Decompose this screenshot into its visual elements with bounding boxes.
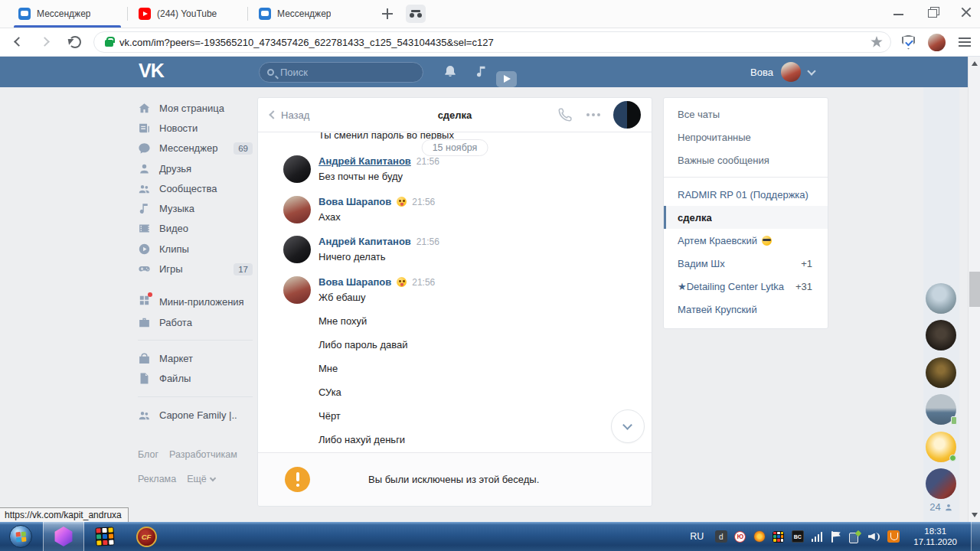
sidebar-item-market[interactable]: Маркет	[138, 348, 253, 368]
shield-extension-icon[interactable]	[902, 35, 915, 50]
scrollbar-down-arrow-icon[interactable]	[972, 513, 978, 517]
taskbar-app-rubik[interactable]	[84, 522, 126, 551]
address-bar[interactable]: vk.com/im?peers=-193565210_473457426_622…	[93, 31, 891, 53]
chat-list-item[interactable]: Матвей Крупский	[664, 298, 828, 321]
close-button[interactable]	[959, 5, 974, 20]
browser-menu-icon[interactable]	[959, 37, 971, 47]
vk-logo[interactable]: VK	[139, 60, 164, 82]
rubik-tray-icon[interactable]	[773, 531, 784, 543]
url-text[interactable]: vk.com/im?peers=-193565210_473457426_622…	[119, 37, 494, 48]
friend-avatar[interactable]	[926, 357, 956, 388]
avatar[interactable]	[283, 276, 311, 304]
online-mobile-indicator	[951, 416, 957, 425]
page-scrollbar[interactable]	[968, 57, 980, 522]
back-button[interactable]	[11, 34, 26, 50]
java-update-icon[interactable]	[887, 530, 900, 543]
search-box[interactable]	[259, 62, 423, 83]
new-tab-button[interactable]	[378, 5, 397, 23]
music-note-icon[interactable]	[475, 64, 488, 82]
ssl-lock-icon[interactable]	[105, 40, 113, 47]
scroll-to-bottom-button[interactable]	[611, 409, 645, 443]
flower-app-icon[interactable]	[754, 531, 765, 542]
sidebar-item-friends[interactable]: Друзья	[138, 158, 253, 178]
friend-avatar[interactable]	[926, 394, 956, 425]
tab-messenger-1[interactable]: Мессенджер	[8, 0, 127, 28]
browser-profile-button[interactable]	[406, 5, 426, 23]
footer-link-blog[interactable]: Блог	[138, 448, 158, 461]
friend-avatar[interactable]	[926, 468, 956, 499]
forward-button[interactable]	[37, 34, 52, 50]
chat-avatar[interactable]	[613, 101, 641, 129]
chat-list-item-selected[interactable]: сделка	[664, 206, 828, 229]
sidebar-item-files[interactable]: Файлы	[138, 369, 253, 389]
chevron-down-icon	[622, 420, 632, 430]
tab-youtube[interactable]: (244) YouTube	[128, 0, 247, 28]
taskbar-clock[interactable]: 18:31 17.11.2020	[913, 526, 957, 547]
sidebar-item-news[interactable]: Новости	[138, 118, 253, 138]
sidebar-item-miniapps[interactable]: Мини-приложения	[138, 292, 253, 312]
sidebar-item-messenger[interactable]: Мессенджер 69	[138, 139, 253, 158]
message-author-link[interactable]: Вова Шарапов	[318, 196, 391, 207]
taskbar-app-crossfire[interactable]: CF	[126, 522, 167, 551]
show-desktop-button[interactable]	[971, 522, 980, 551]
sidebar-item-work[interactable]: Работа	[138, 312, 253, 332]
sidebar-item-my-page[interactable]: Моя страница	[138, 98, 253, 118]
filter-important[interactable]: Важные сообщения	[664, 148, 828, 171]
videos-play-icon[interactable]	[496, 71, 517, 87]
network-signal-icon[interactable]	[812, 532, 823, 542]
date-divider[interactable]: 15 ноября	[422, 139, 488, 156]
bandicam-icon[interactable]: BC	[792, 530, 804, 543]
minimize-button[interactable]	[891, 5, 906, 20]
footer-link-more[interactable]: Ещё	[187, 472, 215, 486]
notifications-bell-icon[interactable]	[443, 64, 458, 83]
avatar[interactable]	[283, 236, 311, 263]
friend-avatar[interactable]	[926, 432, 956, 462]
scrollbar-up-arrow-icon[interactable]	[972, 61, 978, 66]
filter-all-chats[interactable]: Все чаты	[664, 103, 828, 126]
clips-icon	[138, 243, 151, 256]
filter-unread[interactable]: Непрочитанные	[664, 126, 828, 148]
language-indicator[interactable]: RU	[690, 531, 704, 542]
call-phone-icon[interactable]	[557, 106, 573, 123]
avatar[interactable]	[283, 196, 311, 223]
message-group: Андрей Капитанов 21:56 Ничего делать	[283, 236, 641, 262]
avatar[interactable]	[283, 155, 311, 183]
more-options-icon[interactable]	[592, 113, 595, 116]
reload-button[interactable]	[69, 36, 81, 48]
start-button[interactable]	[9, 525, 32, 548]
sidebar-item-clips[interactable]: Клипы	[138, 239, 253, 259]
message-text: Чёрт	[318, 410, 641, 422]
message-text: Ничего делать	[318, 251, 641, 262]
friend-avatar[interactable]	[926, 283, 956, 314]
header-user-menu[interactable]: Вова	[750, 57, 815, 87]
message-author-link[interactable]: Вова Шарапов	[318, 276, 391, 288]
search-input[interactable]	[280, 67, 403, 78]
sidebar-item-music[interactable]: Музыка	[138, 198, 253, 218]
yandex-tray-icon[interactable]: Ю	[734, 531, 746, 543]
action-center-flag-icon[interactable]	[831, 531, 841, 543]
chat-list-item[interactable]: Вадим Шх +1	[664, 252, 828, 275]
chat-list-item[interactable]: RADMIR RP 01 (Поддержка)	[664, 183, 828, 206]
message-author-link[interactable]: Андрей Капитанов	[318, 155, 411, 167]
maximize-button[interactable]	[925, 5, 940, 20]
safely-remove-hardware-icon[interactable]	[849, 531, 861, 543]
footer-link-developers[interactable]: Разработчикам	[169, 448, 237, 461]
footer-link-ads[interactable]: Реклама	[138, 472, 176, 486]
sidebar-item-communities[interactable]: Сообщества	[138, 178, 253, 198]
scrollbar-thumb[interactable]	[969, 272, 980, 307]
taskbar-app-browser[interactable]	[43, 522, 84, 551]
sidebar-item-games[interactable]: Игры 17	[138, 259, 253, 279]
volume-icon[interactable]	[868, 531, 880, 543]
rubik-cube-icon	[95, 527, 114, 546]
sidebar-item-capone-family[interactable]: Capone Family |..	[138, 405, 253, 425]
chat-list-item[interactable]: Артем Краевский	[664, 229, 828, 252]
browser-account-avatar[interactable]	[928, 34, 946, 51]
tab-messenger-2[interactable]: Мессенджер	[248, 0, 368, 28]
bookmark-star-icon[interactable]	[871, 36, 883, 48]
message-author-link[interactable]: Андрей Капитанов	[318, 236, 411, 247]
friend-avatar[interactable]	[926, 320, 956, 350]
punto-switcher-icon[interactable]: d	[715, 530, 727, 543]
chat-list-item[interactable]: ★Detailing Center Lytka... +31	[664, 275, 828, 298]
sidebar-item-video[interactable]: Видео	[138, 219, 253, 239]
friends-online-count[interactable]: 24	[923, 501, 959, 513]
